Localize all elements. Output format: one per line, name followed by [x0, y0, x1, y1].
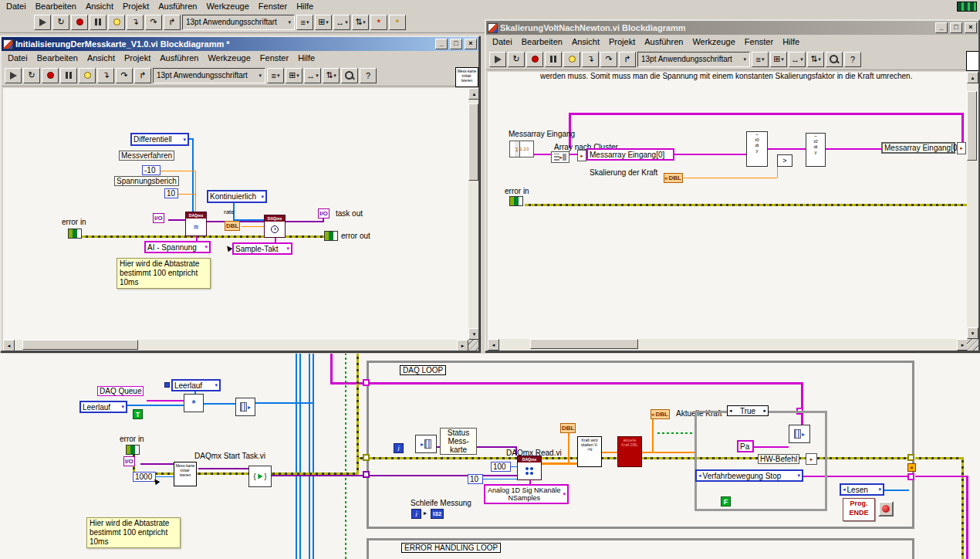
- false-constant[interactable]: F: [721, 496, 731, 506]
- menu-item[interactable]: Ausführen: [640, 36, 688, 47]
- run-continuous-button[interactable]: ↻: [23, 68, 40, 83]
- menu-item[interactable]: Werkzeuge: [203, 53, 255, 63]
- numeric-minus10[interactable]: -10: [142, 165, 161, 175]
- menu-item[interactable]: Fenster: [255, 53, 293, 63]
- help-button[interactable]: ?: [360, 68, 377, 83]
- menu-item[interactable]: Ansicht: [83, 53, 120, 63]
- menu-item[interactable]: Fenster: [254, 1, 292, 12]
- menu-item[interactable]: Datei: [2, 1, 31, 12]
- minimize-button[interactable]: _: [435, 39, 448, 49]
- scroll-down-button[interactable]: ▾: [468, 328, 480, 340]
- pause-button[interactable]: [545, 52, 562, 67]
- scrollbar-thumb[interactable]: [967, 91, 977, 161]
- daqmx-read-node[interactable]: DAQmx: [517, 456, 542, 480]
- step-out-button[interactable]: ↱: [164, 15, 181, 30]
- resize-grip[interactable]: [967, 339, 978, 351]
- zoom-button[interactable]: [826, 52, 843, 67]
- daqmx-create-channel-node[interactable]: DAQmx≋: [185, 212, 207, 236]
- array-control-icon[interactable]: 11.23: [509, 141, 534, 158]
- resize-objects-button[interactable]: ↔▾: [304, 68, 321, 83]
- enqueue-node-2[interactable]: ▸: [789, 425, 810, 443]
- scrollbar-track[interactable]: [15, 340, 457, 351]
- leerlauf-ring-2[interactable]: Leerlauf▾: [79, 401, 127, 413]
- step-out-button[interactable]: ↱: [134, 68, 151, 83]
- horizontal-scrollbar[interactable]: ◂ ▸: [3, 340, 468, 351]
- pause-button[interactable]: [90, 15, 106, 30]
- error-out-cluster[interactable]: [324, 231, 338, 241]
- reorder-button[interactable]: ⇅▾: [352, 15, 369, 30]
- menu-item[interactable]: Ausführen: [154, 1, 201, 12]
- io-constant[interactable]: I/O: [123, 456, 135, 466]
- step-over-button[interactable]: ↷: [145, 15, 162, 30]
- scroll-left-button[interactable]: ◂: [3, 340, 15, 351]
- kontinuierlich-ring[interactable]: Kontinuierlich▾: [207, 190, 267, 203]
- scroll-right-button[interactable]: ▸: [457, 340, 468, 351]
- vi-icon-box[interactable]: Mess-karte initial-isieren: [455, 67, 478, 87]
- messarray-output-indicator[interactable]: Messarray Eingang[0]: [881, 142, 955, 154]
- menu-item[interactable]: Fenster: [740, 36, 778, 47]
- maximize-button[interactable]: □: [950, 22, 962, 33]
- run-continuous-button[interactable]: ↻: [508, 52, 525, 67]
- run-button[interactable]: [489, 52, 506, 67]
- step-out-button[interactable]: ↱: [619, 52, 636, 67]
- help-button[interactable]: ?: [844, 52, 861, 67]
- highlight-execution-button[interactable]: [79, 68, 96, 83]
- io-constant[interactable]: I/O: [153, 213, 164, 223]
- true-constant[interactable]: T: [133, 409, 143, 419]
- leerlauf-ring[interactable]: Leerlauf▾: [171, 379, 221, 391]
- cleanup-button[interactable]: *: [370, 15, 387, 30]
- zoom-button[interactable]: [341, 68, 358, 83]
- step-into-button[interactable]: ↴: [127, 15, 144, 30]
- case-selector[interactable]: ◂True▸: [727, 405, 769, 416]
- comparator-node[interactable]: >: [777, 154, 792, 167]
- dbl-constant[interactable]: DBL: [225, 221, 240, 231]
- io-indicator[interactable]: I/O: [318, 208, 329, 219]
- menu-item[interactable]: Werkzeuge: [201, 1, 253, 12]
- dequeue-node[interactable]: ▸: [415, 435, 437, 453]
- enqueue-node[interactable]: ▸: [235, 398, 255, 416]
- menu-item[interactable]: Projekt: [120, 53, 155, 63]
- reorder-button[interactable]: ⇅▾: [323, 68, 340, 83]
- scrollbar-track[interactable]: [967, 83, 978, 327]
- dbl-constant[interactable]: ▸DBL: [664, 173, 683, 183]
- title-bar[interactable]: InitialisierungDerMesskarte_V1.0.vi Bloc…: [2, 37, 478, 51]
- obtain-queue-node[interactable]: *: [184, 394, 204, 412]
- vertical-scrollbar[interactable]: ▴ ▾: [468, 88, 480, 340]
- vertical-scrollbar[interactable]: ▴ ▾: [967, 72, 978, 339]
- scrollbar-track[interactable]: [468, 100, 480, 328]
- reorder-button[interactable]: ⇅▾: [807, 52, 824, 67]
- abort-button[interactable]: [42, 68, 59, 83]
- numeric-10[interactable]: 10: [164, 188, 178, 198]
- numeric-100[interactable]: 100: [491, 462, 511, 472]
- error-in-cluster[interactable]: [126, 445, 140, 455]
- error-in-cluster[interactable]: [68, 229, 82, 239]
- align-objects-button[interactable]: ≡▾: [267, 68, 284, 83]
- messarray-element-box[interactable]: Messarray Eingang[0]: [586, 148, 674, 161]
- daqmx-timing-node[interactable]: DAQmx: [264, 215, 286, 238]
- menu-item[interactable]: Hilfe: [778, 36, 804, 47]
- run-button[interactable]: [5, 68, 22, 83]
- scrollbar-thumb[interactable]: [468, 103, 478, 181]
- distribute-objects-button[interactable]: ⊞▾: [770, 52, 787, 67]
- dbl-constant[interactable]: DBL: [560, 423, 576, 433]
- dbl-indicator[interactable]: ▸DBL: [651, 409, 670, 419]
- differentiell-ring[interactable]: Differentiell▾: [130, 133, 189, 146]
- distribute-objects-button[interactable]: ⊞▾: [286, 68, 302, 83]
- close-button[interactable]: ×: [465, 39, 477, 49]
- step-into-button[interactable]: ↴: [97, 68, 114, 83]
- minimize-button[interactable]: _: [935, 22, 948, 33]
- resize-grip[interactable]: [468, 340, 480, 351]
- numeric-10[interactable]: 10: [468, 474, 483, 484]
- scroll-up-button[interactable]: ▴: [967, 72, 978, 83]
- highlight-execution-button[interactable]: [108, 15, 125, 30]
- maximize-button[interactable]: □: [450, 39, 462, 49]
- menu-item[interactable]: Hilfe: [293, 53, 319, 63]
- cleanup-button-2[interactable]: *: [389, 15, 406, 30]
- menu-item[interactable]: Datei: [488, 36, 517, 47]
- derivative-node-2[interactable]: ~t0dty: [806, 133, 826, 167]
- scrollbar-track[interactable]: [499, 339, 957, 351]
- scroll-left-button[interactable]: ◂: [488, 339, 499, 351]
- messkarte-vi-node[interactable]: Mess-karte initial-isieren: [174, 462, 197, 486]
- font-selector[interactable]: 13pt Anwendungsschriftart▾: [153, 68, 265, 83]
- step-over-button[interactable]: ↷: [600, 52, 617, 67]
